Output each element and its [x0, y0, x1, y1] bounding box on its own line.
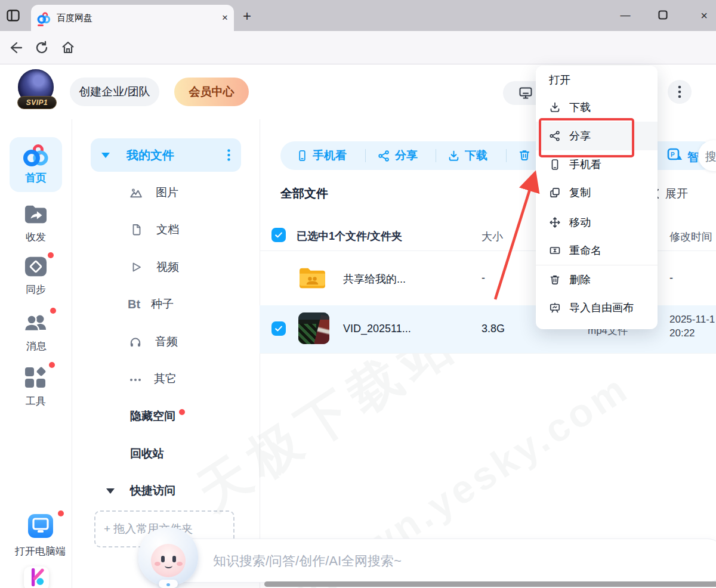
check-icon [273, 230, 284, 240]
documents-icon [130, 223, 142, 236]
kebab-icon [678, 85, 681, 98]
netdisk-logo-icon [23, 143, 49, 167]
sidebar-item-sendreceive[interactable]: 收发 [23, 203, 58, 244]
menu-item-label: 打开 [549, 73, 570, 87]
tab-close-button[interactable]: × [222, 12, 228, 24]
tools-grid-icon [23, 366, 49, 389]
menu-item-rename[interactable]: 重命名 [536, 236, 658, 264]
tree-item-label: 音频 [155, 334, 178, 349]
tree-item-label: 种子 [151, 296, 174, 312]
browser-tab[interactable]: 百度网盘 × [31, 5, 234, 31]
member-center-button[interactable]: 会员中心 [174, 78, 249, 106]
tab-actions-button[interactable] [6, 8, 20, 23]
row-checkbox[interactable] [271, 321, 286, 336]
tree-item-videos[interactable]: 视频 [130, 259, 179, 275]
tree-more-icon[interactable] [227, 149, 230, 161]
file-name: 共享给我的... [343, 272, 406, 286]
video-thumbnail [298, 312, 329, 344]
column-header-size[interactable]: 大小 [482, 230, 503, 244]
sidebar-item-label: 工具 [23, 394, 49, 408]
tree-item-documents[interactable]: 文档 [130, 222, 179, 237]
notification-dot [49, 362, 55, 368]
menu-item-label: 手机看 [569, 157, 601, 172]
tree-item-torrents[interactable]: Bt 种子 [128, 296, 174, 312]
download-icon [448, 150, 460, 162]
copy-icon [549, 187, 561, 199]
minimize-button[interactable]: — [613, 0, 637, 31]
open-desktop-button[interactable]: 打开电脑端 [9, 513, 72, 558]
sidebar-item-sync[interactable]: 同步 [23, 255, 58, 296]
horizontal-scrollbar[interactable] [264, 581, 716, 587]
download-icon [549, 101, 561, 113]
ai-search-bar[interactable]: 知识搜索/问答/创作/AI全网搜索~ [162, 539, 716, 583]
column-header-modified[interactable]: 修改时间 [669, 230, 712, 244]
people-icon [23, 312, 50, 336]
share-button[interactable]: 分享 [378, 148, 418, 163]
tree-item-recycle-bin[interactable]: 回收站 [130, 446, 164, 462]
menu-item-move[interactable]: 移动 [536, 208, 658, 236]
new-tab-button[interactable]: + [243, 8, 251, 24]
expand-label: 展开 [665, 186, 688, 202]
maximize-button[interactable] [658, 10, 668, 20]
toolbar-divider [436, 149, 436, 162]
tab-title: 百度网盘 [57, 13, 222, 24]
ellipsis-icon [129, 372, 142, 385]
back-button[interactable] [7, 41, 23, 55]
expand-button[interactable]: 展开 [653, 186, 688, 202]
tree-item-pictures[interactable]: 图片 [129, 185, 178, 200]
window-close-button[interactable]: × [692, 0, 716, 31]
tree-item-label: 隐藏空间 [130, 408, 175, 424]
rename-icon [549, 245, 561, 256]
select-all-checkbox[interactable] [271, 228, 286, 242]
phone-view-button[interactable]: 手机看 [297, 148, 347, 163]
tree-item-others[interactable]: 其它 [129, 371, 177, 386]
sidebar-item-messages[interactable]: 消息 [23, 312, 58, 353]
home-button[interactable] [61, 41, 75, 55]
ai-mascot[interactable] [138, 527, 198, 587]
menu-item-open[interactable]: 打开 [536, 66, 658, 94]
sidebar-item-tools[interactable]: 工具 [23, 366, 58, 408]
refresh-button[interactable] [35, 41, 49, 55]
share-label: 分享 [395, 148, 418, 163]
tree-item-label: 文档 [156, 222, 179, 237]
create-team-button[interactable]: 创建企业/团队 [70, 78, 159, 106]
download-button[interactable]: 下载 [448, 148, 487, 163]
baidu-netdisk-window: 百度网盘 × + — × https://pan.baidu.com/disk/… [0, 0, 716, 588]
caret-down-icon[interactable] [101, 153, 110, 158]
partner-app-logo[interactable] [24, 567, 49, 588]
file-name: VID_202511... [343, 323, 411, 335]
tree-item-label: 图片 [156, 185, 178, 200]
menu-item-delete[interactable]: 删除 [536, 265, 658, 293]
menu-item-import-canvas[interactable]: 导入自由画布 [536, 293, 658, 321]
caret-down-icon[interactable] [106, 488, 115, 494]
menu-item-copy[interactable]: 复制 [536, 178, 658, 206]
audio-icon [129, 335, 142, 348]
ai-search-partial-label: 智 [687, 149, 699, 165]
notification-dot [58, 510, 64, 516]
toolbar-divider [365, 149, 366, 162]
tab-favicon-netdisk-icon [37, 11, 51, 24]
menu-item-label: 导入自由画布 [569, 301, 634, 315]
tree-item-hidden-space[interactable]: 隐藏空间 [130, 408, 185, 424]
tree-item-my-files[interactable]: 我的文件 [91, 138, 241, 172]
svg-text:P: P [671, 151, 675, 158]
header-more-button[interactable] [668, 80, 692, 104]
file-modified-date: 2025-11-1 [669, 314, 715, 326]
svip-badge: SVIP1 [17, 96, 57, 109]
sidebar-item-label: 消息 [23, 339, 50, 353]
sidebar-item-label: 收发 [23, 230, 49, 244]
sidebar-item-home[interactable]: 首页 [10, 137, 62, 192]
tree-divider [260, 119, 260, 588]
delete-button[interactable] [518, 148, 531, 162]
phone-view-label: 手机看 [313, 148, 347, 163]
file-modified: - [669, 272, 673, 284]
tree-item-audio[interactable]: 音频 [129, 334, 178, 349]
menu-item-download[interactable]: 下载 [536, 93, 658, 121]
tree-item-label: 视频 [156, 259, 179, 275]
tree-item-quick-access[interactable]: 快捷访问 [106, 483, 175, 499]
send-receive-icon [23, 203, 49, 225]
phone-icon [297, 149, 308, 162]
tree-item-label: 快捷访问 [130, 483, 175, 499]
ai-search-icon[interactable]: P [667, 147, 684, 164]
desktop-app-icon [27, 513, 54, 539]
